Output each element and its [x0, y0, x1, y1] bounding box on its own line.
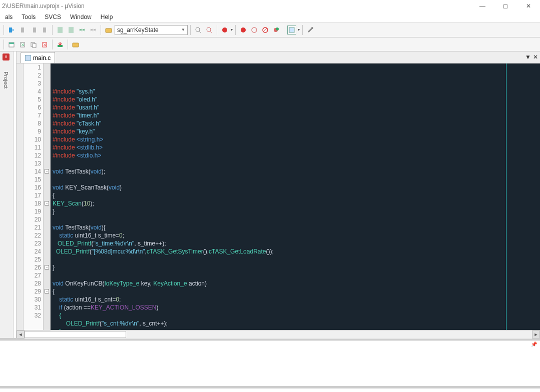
close-pane-icon[interactable]: × — [3, 54, 10, 60]
svg-rect-16 — [289, 28, 294, 32]
breakpoint-enable-icon[interactable] — [250, 26, 259, 34]
close-button[interactable]: ✕ — [517, 0, 540, 12]
scroll-track[interactable] — [25, 330, 532, 338]
svg-point-11 — [252, 28, 257, 32]
svg-point-9 — [222, 28, 227, 32]
bookmark-toggle-icon[interactable] — [18, 26, 27, 34]
svg-point-15 — [276, 28, 279, 30]
menubar: als Tools SVCS Window Help — [0, 12, 540, 22]
rebuild-icon[interactable] — [29, 40, 38, 49]
bookmark-gutter[interactable] — [17, 64, 24, 330]
breakpoint-disable-icon[interactable] — [261, 26, 270, 34]
indent-icon[interactable] — [56, 26, 65, 34]
fold-gutter[interactable]: −−−− — [44, 64, 51, 330]
column-ruler — [506, 64, 506, 330]
toolbar-main: sg_arrKeyState ▼ ▾ ▾ — [0, 22, 540, 38]
debug-icon[interactable] — [220, 26, 229, 34]
titlebar: 2\USER\main.uvprojx - µVision — ◻ ✕ — [0, 0, 540, 12]
code-editor[interactable]: 1234567891011121314151617181920212223242… — [17, 64, 540, 330]
file-tab-label: main.c — [33, 54, 51, 62]
find-icon[interactable] — [194, 26, 203, 34]
translate-icon[interactable] — [7, 40, 16, 49]
svg-point-10 — [241, 28, 246, 32]
left-thin-margin — [14, 52, 17, 338]
chevron-down-icon: ▼ — [181, 28, 185, 32]
workspace: × Project main.c ▼ ✕ 1234567891011121314… — [0, 52, 540, 338]
svg-rect-0 — [9, 28, 12, 32]
c-file-icon — [25, 55, 31, 61]
svg-rect-3 — [43, 28, 46, 32]
breakpoint-insert-icon[interactable] — [239, 26, 248, 34]
menu-item[interactable]: Help — [97, 12, 117, 22]
svg-rect-1 — [21, 28, 24, 32]
scroll-left-icon[interactable]: ◄ — [17, 330, 25, 338]
svg-point-17 — [311, 27, 313, 29]
pin-icon[interactable]: 📌 — [531, 342, 537, 347]
scroll-thumb[interactable] — [25, 331, 126, 338]
line-number-gutter: 1234567891011121314151617181920212223242… — [24, 64, 44, 330]
toolbar-build — [0, 38, 540, 52]
bookmark-next-icon[interactable] — [29, 26, 38, 34]
svg-point-7 — [207, 28, 211, 32]
browse-icon[interactable] — [104, 26, 113, 34]
minimize-button[interactable]: — — [471, 0, 494, 12]
find-combo[interactable]: sg_arrKeyState ▼ — [115, 25, 188, 35]
code-content[interactable]: #include "sys.h"#include "oled.h"#includ… — [51, 64, 540, 330]
uncomment-icon[interactable] — [89, 26, 98, 34]
menu-item[interactable]: Tools — [18, 12, 40, 22]
svg-rect-19 — [9, 42, 14, 44]
build-output-panel[interactable]: 📌 — [0, 340, 540, 386]
svg-line-13 — [263, 28, 267, 32]
find-combo-text: sg_arrKeyState — [117, 26, 159, 34]
bookmark-prev-icon[interactable] — [7, 26, 16, 34]
batch-build-icon[interactable] — [40, 40, 49, 49]
scroll-right-icon[interactable]: ► — [532, 330, 540, 338]
svg-rect-25 — [73, 43, 79, 47]
incremental-find-icon[interactable] — [205, 26, 214, 34]
window-controls: — ◻ ✕ — [471, 0, 540, 12]
target-options-icon[interactable] — [71, 40, 80, 49]
file-tab-row: main.c ▼ ✕ — [17, 52, 540, 64]
build-icon[interactable] — [18, 40, 27, 49]
project-pane-collapsed[interactable]: × Project — [0, 52, 14, 338]
window-title: 2\USER\main.uvprojx - µVision — [2, 2, 85, 10]
tab-dropdown-icon[interactable]: ▼ — [525, 54, 531, 60]
menu-item[interactable]: Window — [66, 12, 96, 22]
menu-item[interactable]: SVCS — [41, 12, 65, 22]
breakpoint-kill-icon[interactable] — [272, 26, 281, 34]
maximize-button[interactable]: ◻ — [494, 0, 517, 12]
tab-nav: ▼ ✕ — [525, 54, 538, 60]
editor-area: main.c ▼ ✕ 12345678910111213141516171819… — [17, 52, 540, 338]
svg-point-5 — [196, 28, 200, 32]
outdent-icon[interactable] — [67, 26, 76, 34]
svg-rect-2 — [33, 28, 36, 32]
download-icon[interactable] — [56, 40, 65, 49]
horizontal-scrollbar[interactable]: ◄ ► — [17, 330, 540, 338]
menu-item[interactable]: als — [1, 12, 17, 22]
configure-icon[interactable] — [306, 26, 315, 34]
window-icon[interactable] — [287, 26, 296, 34]
project-pane-label: Project — [3, 72, 9, 88]
file-tab[interactable]: main.c — [21, 52, 55, 63]
comment-icon[interactable] — [78, 26, 87, 34]
svg-line-8 — [210, 31, 212, 33]
svg-line-6 — [199, 31, 201, 33]
svg-rect-4 — [106, 28, 112, 32]
tab-close-icon[interactable]: ✕ — [533, 54, 538, 60]
bookmark-clear-icon[interactable] — [40, 26, 49, 34]
svg-rect-22 — [33, 44, 36, 48]
